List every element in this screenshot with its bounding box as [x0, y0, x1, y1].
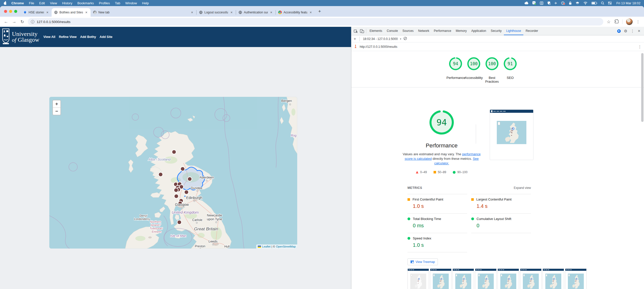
- performance-score-gauge[interactable]: 94: [407, 109, 476, 136]
- devtools-tab-recorder[interactable]: Recorder: [523, 27, 540, 35]
- new-tab-button[interactable]: +: [318, 9, 321, 14]
- devtools-tab-memory[interactable]: Memory: [454, 27, 469, 35]
- browser-tab-4[interactable]: Logout successful✕: [197, 8, 236, 17]
- bothy-marker-15[interactable]: [177, 220, 182, 225]
- browser-tab-5[interactable]: Authentication successful✕: [236, 8, 275, 17]
- battery-icon[interactable]: [591, 1, 597, 5]
- app-portal-icon[interactable]: [540, 1, 543, 5]
- lock-icon[interactable]: [569, 1, 572, 5]
- extensions-icon[interactable]: [614, 19, 619, 25]
- score-best-practices[interactable]: 100Best Practices: [483, 57, 501, 83]
- education-icon[interactable]: [575, 1, 579, 5]
- metric-cumulative-layout-shift[interactable]: Cumulative Layout Shift0: [471, 213, 531, 233]
- back-button[interactable]: ←: [2, 19, 10, 24]
- devtools-tab-application[interactable]: Application: [469, 27, 488, 35]
- menu-item-window[interactable]: Window: [123, 1, 139, 5]
- devtools-scrollbar-thumb[interactable]: [641, 53, 643, 122]
- menu-item-history[interactable]: History: [59, 1, 75, 5]
- menu-item-chrome[interactable]: Chrome: [9, 1, 26, 5]
- spotlight-search-icon[interactable]: [601, 1, 604, 5]
- menu-bar-clock[interactable]: Fri 13 Mar 18:02: [616, 1, 640, 5]
- devtools-tab-elements[interactable]: Elements: [367, 27, 384, 35]
- bothy-marker-2[interactable]: [181, 167, 185, 171]
- bothy-marker-1[interactable]: [172, 150, 176, 154]
- airplane-icon[interactable]: ✈: [554, 1, 557, 5]
- devtools-status-icon[interactable]: [617, 29, 621, 33]
- apple-menu-icon[interactable]: [4, 2, 7, 5]
- expand-view-button[interactable]: Expand view: [514, 186, 531, 190]
- zoom-out-button[interactable]: −: [53, 108, 60, 115]
- view-treemap-button[interactable]: View Treemap: [407, 258, 438, 265]
- browser-tab-1[interactable]: HSE stories - Backlog - Jira✕: [21, 8, 52, 17]
- devtools-tab-security[interactable]: Security: [488, 27, 504, 35]
- zoom-in-button[interactable]: +: [53, 100, 60, 108]
- browser-tab-2[interactable]: Bothies and Sites Map - GIS-✕: [52, 8, 91, 17]
- report-selector[interactable]: 18:02:34 - 127.0.0.1:5000: [363, 37, 398, 41]
- site-nav-view-all[interactable]: View All: [43, 35, 55, 39]
- devtools-tab-sources[interactable]: Sources: [400, 27, 416, 35]
- bothy-marker-4[interactable]: [188, 177, 192, 181]
- devtools-close-icon[interactable]: ✕: [638, 29, 640, 33]
- browser-tab-3[interactable]: New tab✕: [91, 8, 196, 17]
- reload-button[interactable]: ↻: [18, 19, 26, 25]
- devtools-tab-performance[interactable]: Performance: [432, 27, 454, 35]
- site-nav-refine-view[interactable]: Refine View: [59, 35, 77, 39]
- profile-avatar[interactable]: [626, 18, 633, 25]
- report-menu-icon[interactable]: ⋮: [638, 45, 642, 49]
- score-seo[interactable]: 91SEO: [501, 57, 519, 83]
- score-accessibility[interactable]: 100Accessibility: [465, 57, 483, 83]
- menu-item-edit[interactable]: Edit: [37, 1, 47, 5]
- teams-icon[interactable]: T: [532, 1, 536, 5]
- chrome-menu-icon[interactable]: ⋮: [636, 19, 640, 24]
- devtools-tab-lighthouse[interactable]: Lighthouse: [504, 27, 523, 35]
- tab-close-icon[interactable]: ✕: [85, 11, 88, 14]
- shield-check-icon[interactable]: [547, 1, 551, 5]
- tab-close-icon[interactable]: ✕: [230, 11, 233, 14]
- map-canvas[interactable]: BergenAberdeenDundeeEdinburghGlasgowCarl…: [49, 97, 297, 249]
- minimize-window-button[interactable]: [9, 10, 12, 13]
- report-selector-caret-icon[interactable]: ▾: [400, 38, 401, 40]
- wifi-icon[interactable]: [583, 1, 588, 5]
- bookmark-star-icon[interactable]: ☆: [607, 19, 611, 25]
- clear-reports-icon[interactable]: [403, 37, 407, 41]
- bothy-marker-10[interactable]: [174, 188, 178, 192]
- devtools-tab-console[interactable]: Console: [384, 27, 400, 35]
- site-nav-add-site[interactable]: Add Site: [100, 35, 113, 39]
- forward-button[interactable]: →: [10, 19, 18, 24]
- address-bar[interactable]: i 127.0.0.1:5000/results: [28, 18, 603, 26]
- devtools-tab-network[interactable]: Network: [416, 27, 432, 35]
- site-info-icon[interactable]: i: [31, 20, 34, 24]
- bothy-marker-11[interactable]: [184, 190, 189, 194]
- metric-total-blocking-time[interactable]: Total Blocking Time0 ms: [407, 213, 467, 233]
- clock-blocked-icon[interactable]: [561, 1, 565, 5]
- menu-item-help[interactable]: Help: [140, 1, 152, 5]
- control-center-icon[interactable]: [608, 1, 612, 5]
- tab-close-icon[interactable]: ✕: [270, 11, 273, 14]
- menu-item-profiles[interactable]: Profiles: [96, 1, 112, 5]
- device-toolbar-icon[interactable]: [359, 28, 365, 34]
- score-performance[interactable]: 94Performance: [446, 57, 465, 83]
- inspect-element-icon[interactable]: [353, 28, 359, 34]
- zoom-window-button[interactable]: [14, 10, 17, 13]
- menu-item-view[interactable]: View: [47, 1, 59, 5]
- metric-largest-contentful-paint[interactable]: Largest Contentful Paint1.4 s: [471, 194, 531, 213]
- site-nav-add-bothy[interactable]: Add Bothy: [80, 35, 96, 39]
- bothy-marker-12[interactable]: [174, 194, 179, 198]
- menu-item-file[interactable]: File: [26, 1, 37, 5]
- leaflet-link[interactable]: Leaflet: [262, 245, 270, 248]
- metric-first-contentful-paint[interactable]: First Contentful Paint1.0 s: [407, 194, 467, 213]
- new-report-button[interactable]: +: [354, 37, 356, 41]
- onedrive-icon[interactable]: [524, 1, 529, 5]
- tab-close-icon[interactable]: ✕: [190, 11, 194, 14]
- browser-tab-6[interactable]: Accessibility features referenc✕: [276, 8, 315, 17]
- leaflet-map[interactable]: BergenAberdeenDundeeEdinburghGlasgowCarl…: [49, 97, 297, 249]
- openstreetmap-link[interactable]: OpenStreetMap: [276, 245, 296, 248]
- menu-item-bookmarks[interactable]: Bookmarks: [75, 1, 96, 5]
- university-logo-text[interactable]: University of Glasgow: [12, 31, 39, 43]
- metric-speed-index[interactable]: Speed Index1.0 s: [407, 233, 467, 252]
- tab-close-icon[interactable]: ✕: [46, 11, 49, 14]
- tab-close-icon[interactable]: ✕: [309, 11, 312, 14]
- menu-item-tab[interactable]: Tab: [112, 1, 123, 5]
- devtools-menu-icon[interactable]: ⋮: [631, 29, 634, 33]
- bothy-marker-3[interactable]: [159, 172, 163, 177]
